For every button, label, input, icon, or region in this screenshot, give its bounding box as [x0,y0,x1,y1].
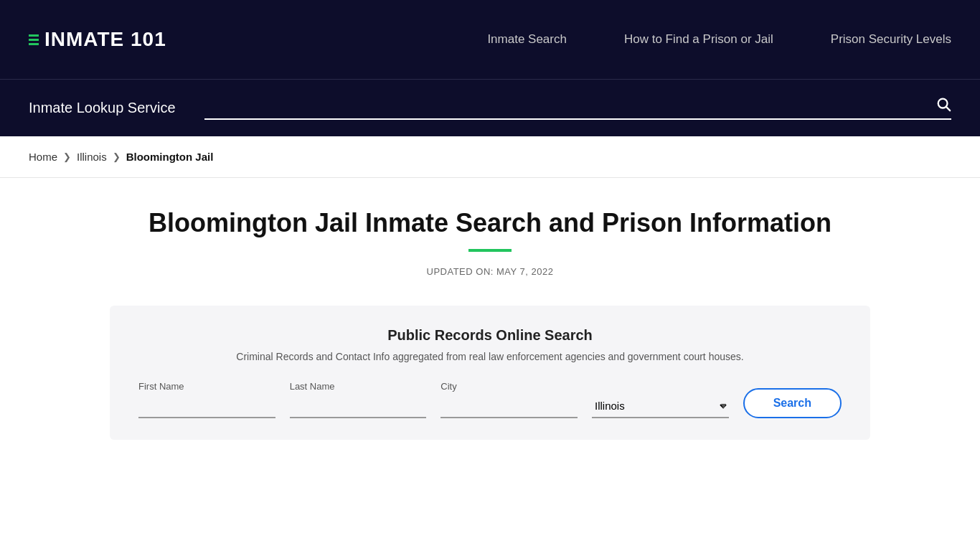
svg-line-1 [946,107,950,110]
banner-search-input[interactable] [204,100,930,113]
breadcrumb-home[interactable]: Home [29,151,57,163]
first-name-label: First Name [138,381,275,392]
nav-how-to-find[interactable]: How to Find a Prison or Jail [624,32,773,47]
banner-search-button[interactable] [936,96,951,116]
banner-search-wrap [204,96,951,120]
breadcrumb-current: Bloomington Jail [126,151,214,163]
last-name-field-group: Last Name [290,381,427,418]
city-input[interactable] [440,396,578,418]
logo-text: INMATE 101 [44,28,166,51]
first-name-input[interactable] [138,396,275,418]
breadcrumb-chevron-1: ❯ [63,151,71,162]
nav-links: Inmate Search How to Find a Prison or Ja… [487,32,951,47]
search-button[interactable]: Search [743,388,842,418]
main-content: Bloomington Jail Inmate Search and Priso… [95,178,885,468]
city-label: City [440,381,578,392]
state-field-group: IllinoisAlabamaAlaskaArizonaArkansasCali… [592,380,729,418]
breadcrumb-chevron-2: ❯ [113,151,121,162]
search-card-title: Public Records Online Search [138,327,842,344]
logo[interactable]: INMATE 101 [29,28,166,51]
nav-security-levels[interactable]: Prison Security Levels [831,32,951,47]
search-card-description: Criminal Records and Contact Info aggreg… [138,351,842,362]
page-title: Bloomington Jail Inmate Search and Priso… [110,207,870,240]
last-name-label: Last Name [290,381,427,392]
state-select[interactable]: IllinoisAlabamaAlaskaArizonaArkansasCali… [592,395,729,418]
search-banner: Inmate Lookup Service [0,79,980,136]
top-navigation: INMATE 101 Inmate Search How to Find a P… [0,0,980,79]
nav-inmate-search[interactable]: Inmate Search [487,32,567,47]
title-underline [468,249,512,252]
breadcrumb: Home ❯ Illinois ❯ Bloomington Jail [0,136,980,178]
city-field-group: City [440,381,578,418]
search-fields: First Name Last Name City IllinoisAlabam… [138,380,842,418]
last-name-input[interactable] [290,396,427,418]
breadcrumb-state[interactable]: Illinois [77,151,107,163]
search-icon [936,96,951,112]
state-label [592,380,729,390]
search-card: Public Records Online Search Criminal Re… [110,306,870,440]
logo-bars-icon [29,34,39,45]
banner-title: Inmate Lookup Service [29,100,176,116]
first-name-field-group: First Name [138,381,275,418]
updated-label: UPDATED ON: MAY 7, 2022 [110,266,870,277]
